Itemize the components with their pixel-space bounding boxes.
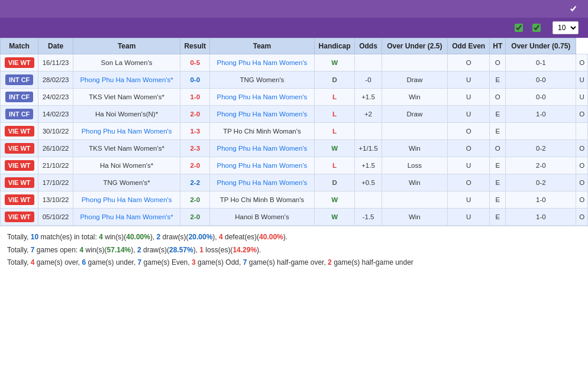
cell-team-right: Phong Phu Ha Nam Women's (210, 174, 315, 191)
cell-handicap: +2 (355, 106, 382, 123)
cell-outcome: D (314, 72, 355, 89)
cell-odds: Win (382, 209, 448, 226)
result-value: 2-0 (190, 196, 200, 203)
cell-odds (382, 191, 448, 209)
outcome-value: W (331, 213, 338, 220)
cell-odd-even: E (490, 209, 506, 226)
cell-odd-even: O (490, 140, 506, 157)
last-games-select[interactable]: 10 5 15 20 All (553, 21, 579, 34)
cell-result: 2-0 (180, 157, 210, 174)
cell-team-right: Phong Phu Ha Nam Women's (210, 106, 315, 123)
cell-handicap (355, 191, 382, 209)
cell-ht: 0-0 (506, 89, 576, 106)
cell-outcome: W (314, 140, 355, 157)
intcf-checkbox[interactable] (515, 24, 523, 32)
cell-handicap: +1/1.5 (355, 140, 382, 157)
summary-line-2: Totally, 7 games open: 4 win(s)(57.14%),… (7, 244, 581, 257)
outcome-value: D (332, 76, 337, 83)
table-row: INT CF 14/02/23 Ha Noi Women's(N)* 2-0 P… (1, 106, 588, 123)
cell-match-type: VIE WT (1, 123, 38, 140)
cell-handicap: +1.5 (355, 157, 382, 174)
cell-date: 16/11/23 (38, 54, 73, 72)
display-notes-checkbox[interactable] (569, 5, 577, 13)
cell-match-type: VIE WT (1, 54, 38, 72)
outcome-value: W (331, 145, 338, 152)
cell-odd-even: O (490, 54, 506, 72)
cell-result: 1-0 (180, 89, 210, 106)
cell-over-under-25: U (448, 106, 490, 123)
outcome-value: L (332, 162, 337, 169)
result-value: 2-0 (190, 213, 200, 220)
result-value: 2-3 (190, 145, 200, 152)
summary-line-1: Totally, 10 match(es) in total: 4 win(s)… (7, 231, 581, 244)
table-row: INT CF 24/02/23 TKS Viet Nam Women's* 1-… (1, 89, 588, 106)
cell-handicap: +0.5 (355, 174, 382, 191)
cell-ht: 2-0 (506, 157, 576, 174)
cell-match-type: INT CF (1, 89, 38, 106)
cell-outcome: L (314, 89, 355, 106)
cell-date: 21/10/22 (38, 157, 73, 174)
cell-ht: 0-2 (506, 174, 576, 191)
cell-match-type: INT CF (1, 106, 38, 123)
display-notes-container (569, 5, 581, 13)
cell-team-left: Phong Phu Ha Nam Women's* (73, 209, 180, 226)
match-badge: VIE WT (5, 212, 34, 222)
summary-box: Totally, 10 match(es) in total: 4 win(s)… (0, 226, 588, 274)
cell-team-right: Phong Phu Ha Nam Women's (210, 140, 315, 157)
cell-match-type: VIE WT (1, 157, 38, 174)
table-row: VIE WT 05/10/22 Phong Phu Ha Nam Women's… (1, 209, 588, 226)
cell-ht: 0-2 (506, 140, 576, 157)
cell-over-under-075: O (576, 157, 588, 174)
cell-result: 0-0 (180, 72, 210, 89)
col-team-left: Team (73, 38, 180, 54)
col-over-under-25: Over Under (2.5) (382, 38, 448, 54)
cell-over-under-25: U (448, 72, 490, 89)
table-row: VIE WT 16/11/23 Son La Women's 0-5 Phong… (1, 54, 588, 72)
table-row: VIE WT 30/10/22 Phong Phu Ha Nam Women's… (1, 123, 588, 140)
cell-team-left: Son La Women's (73, 54, 180, 72)
cell-result: 2-0 (180, 106, 210, 123)
cell-over-under-075: O (576, 106, 588, 123)
cell-date: 24/02/23 (38, 89, 73, 106)
cell-odd-even: E (490, 123, 506, 140)
cell-odd-even: E (490, 157, 506, 174)
result-value: 2-0 (190, 162, 200, 169)
cell-team-left: TKS Viet Nam Women's* (73, 140, 180, 157)
scores-table: Match Date Team Result Team Handicap Odd… (0, 38, 588, 226)
cell-odds: Win (382, 174, 448, 191)
last-games-filter: 10 5 15 20 All (550, 21, 581, 34)
cell-odd-even: E (490, 174, 506, 191)
cell-odd-even: E (490, 72, 506, 89)
result-value: 2-0 (190, 110, 200, 118)
cell-handicap (355, 54, 382, 72)
cell-team-left: Phong Phu Ha Nam Women's* (73, 72, 180, 89)
cell-result: 2-2 (180, 174, 210, 191)
col-team-right: Team (210, 38, 315, 54)
cell-team-right: TP Ho Chi Minh B Woman's (210, 191, 315, 209)
col-odds: Odds (355, 38, 382, 54)
cell-date: 30/10/22 (38, 123, 73, 140)
match-badge: VIE WT (5, 126, 34, 136)
table-row: INT CF 28/02/23 Phong Phu Ha Nam Women's… (1, 72, 588, 89)
cell-over-under-25: U (448, 89, 490, 106)
table-row: VIE WT 26/10/22 TKS Viet Nam Women's* 2-… (1, 140, 588, 157)
match-badge: INT CF (5, 109, 33, 119)
col-over-under-075: Over Under (0.75) (506, 38, 576, 54)
result-value: 1-3 (190, 128, 200, 135)
cell-team-right: Phong Phu Ha Nam Women's (210, 157, 315, 174)
cell-team-left: Ha Noi Women's(N)* (73, 106, 180, 123)
cell-outcome: L (314, 123, 355, 140)
table-row: VIE WT 13/10/22 Phong Phu Ha Nam Women's… (1, 191, 588, 209)
cell-result: 1-3 (180, 123, 210, 140)
cell-team-left: TKS Viet Nam Women's* (73, 89, 180, 106)
cell-team-right: Phong Phu Ha Nam Women's (210, 54, 315, 72)
viewt-checkbox[interactable] (532, 24, 541, 32)
cell-outcome: W (314, 209, 355, 226)
cell-team-left: TNG Women's* (73, 174, 180, 191)
table-header-row: Match Date Team Result Team Handicap Odd… (1, 38, 588, 54)
total-matches: 10 (31, 233, 38, 241)
match-badge: VIE WT (5, 143, 34, 154)
cell-outcome: D (314, 174, 355, 191)
table-row: VIE WT 21/10/22 Ha Noi Women's* 2-0 Phon… (1, 157, 588, 174)
cell-over-under-075: U (576, 89, 588, 106)
